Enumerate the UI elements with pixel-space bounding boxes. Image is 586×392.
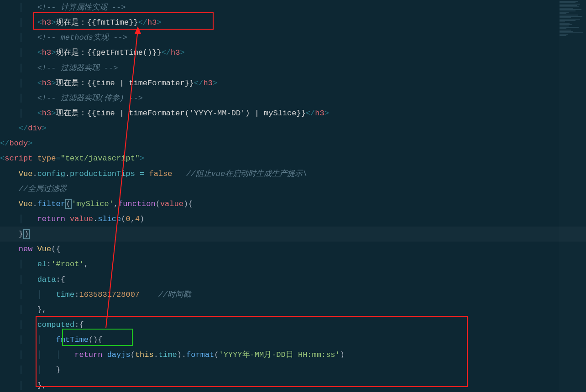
code-line: Vue.config.productionTips = false //阻止vu… [0, 166, 586, 181]
code-line: │ <h3>现在是：{{time | timeFormater}}</h3> [0, 76, 586, 91]
code-line: │ <!-- 计算属性实现 --> [0, 0, 586, 15]
code-line: </div> [0, 121, 586, 136]
code-line: │ <!-- methods实现 --> [0, 30, 586, 45]
code-line: │ <!-- 过滤器实现 --> [0, 61, 586, 76]
code-line: │ <!-- 过滤器实现(传参) --> [0, 91, 586, 106]
code-line: │ <h3>现在是：{{fmtTime}}</h3> [0, 15, 586, 30]
code-line: //全局过滤器 [0, 181, 586, 196]
code-line: </body> [0, 136, 586, 151]
code-line: │ computed:{ [0, 317, 586, 332]
minimap[interactable] [559, 0, 586, 392]
code-line: │ │ } [0, 362, 586, 377]
code-line: }) [0, 227, 586, 242]
code-line: │ return value.slice(0,4) [0, 211, 586, 227]
code-line: <script type="text/javascript"> [0, 151, 586, 166]
code-line: │ data:{ [0, 272, 586, 287]
code-line: new Vue({ [0, 242, 586, 257]
code-line: │ │ time:1635831728007 //时间戳 [0, 287, 586, 302]
code-line: │ <h3>现在是：{{getFmtTime()}}</h3> [0, 45, 586, 60]
code-line: │ <h3>现在是：{{time | timeFormater('YYYY-MM… [0, 106, 586, 121]
code-line: │ │ fmtTime(){ [0, 332, 586, 347]
code-line: │ }, [0, 302, 586, 317]
minimap-content [560, 1, 585, 36]
code-line: │ el:'#root', [0, 257, 586, 272]
code-line: │ │ │ return dayjs(this.time).format('YY… [0, 347, 586, 362]
code-line: │ }, [0, 378, 586, 392]
code-line: Vue.filter('mySlice',function(value){ [0, 196, 586, 211]
code-editor[interactable]: │ <!-- 计算属性实现 --> │ <h3>现在是：{{fmtTime}}<… [0, 0, 586, 392]
